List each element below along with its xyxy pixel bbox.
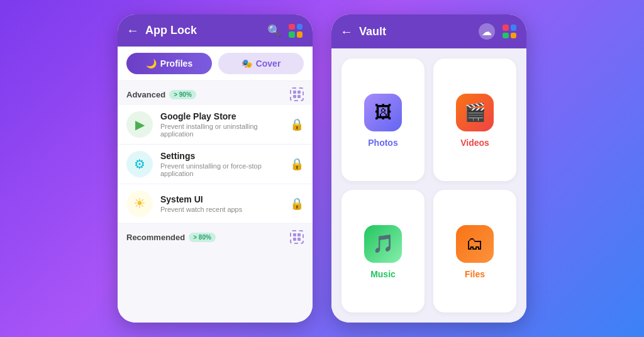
grid-icon[interactable] [289,24,303,38]
photos-label: Photos [368,138,397,148]
cover-tab-label: Cover [256,58,281,69]
vault-grid-icon[interactable] [502,25,516,38]
search-icon[interactable]: 🔍 [267,24,281,38]
applock-header: ← App Lock 🔍 [118,14,313,47]
vault-back-button[interactable]: ← [340,25,353,39]
videos-label: Videos [460,138,489,148]
cloud-icon[interactable]: ☁ [479,23,495,40]
settings-name: Settings [160,151,282,161]
settings-info: Settings Prevent uninstalling or force-s… [160,151,282,177]
music-label: Music [370,269,396,279]
systemui-name: System UI [160,194,282,204]
systemui-lock: 🔒 [290,197,304,211]
playstore-lock: 🔒 [290,118,304,131]
cover-tab-icon: 🎭 [242,58,252,69]
recommended-badge: > 80% [189,233,216,242]
settings-desc: Prevent uninstalling or force-stop appli… [160,162,282,177]
music-icon: 🎵 [364,225,402,263]
vault-header-icons: ☁ [479,23,516,40]
recommended-grid-toggle[interactable] [290,230,304,244]
systemui-info: System UI Prevent watch recent apps [160,194,282,213]
vault-title: Vault [359,25,472,38]
playstore-icon: ▶ [126,111,153,138]
app-item-settings[interactable]: ⚙ Settings Prevent uninstalling or force… [118,145,313,184]
advanced-badge: > 90% [169,90,196,99]
vault-card-videos[interactable]: 🎬 Videos [433,58,516,181]
app-item-systemui[interactable]: ☀ System UI Prevent watch recent apps 🔒 [118,184,313,224]
files-icon: 🗂 [456,225,494,263]
systemui-icon: ☀ [126,191,153,217]
photos-icon: 🖼 [364,94,402,131]
applock-title: App Lock [145,24,261,37]
recommended-section-header: Recommended > 80% [118,224,313,248]
tab-bar: 🌙 Profiles 🎭 Cover [118,47,313,81]
profiles-tab-icon: 🌙 [146,58,157,69]
vault-card-photos[interactable]: 🖼 Photos [341,58,425,181]
vault-header: ← Vault ☁ [331,14,526,48]
tab-cover[interactable]: 🎭 Cover [218,53,304,74]
playstore-name: Google Play Store [160,111,282,121]
tab-profiles[interactable]: 🌙 Profiles [126,53,212,74]
settings-lock: 🔒 [290,157,304,171]
playstore-desc: Prevent installing or uninstalling appli… [160,123,282,138]
recommended-label: Recommended > 80% [126,233,216,242]
app-list: Advanced > 90% ▶ Google Play Store Preve… [118,81,313,323]
vault-card-files[interactable]: 🗂 Files [433,190,516,312]
applock-back-button[interactable]: ← [126,23,139,38]
advanced-section-header: Advanced > 90% [118,81,313,105]
videos-icon: 🎬 [456,94,494,131]
applock-header-icons: 🔍 [267,24,303,38]
systemui-desc: Prevent watch recent apps [160,206,282,213]
vault-card-music[interactable]: 🎵 Music [341,190,425,312]
advanced-grid-toggle[interactable] [290,87,304,101]
vault-grid: 🖼 Photos 🎬 Videos 🎵 Music 🗂 Files [331,48,526,323]
vault-phone: ← Vault ☁ 🖼 Photos 🎬 Videos [331,14,526,323]
settings-icon: ⚙ [126,151,153,177]
app-item-playstore[interactable]: ▶ Google Play Store Prevent installing o… [118,105,313,145]
applock-phone: ← App Lock 🔍 🌙 Profiles 🎭 Cover Advanc [118,14,313,323]
files-label: Files [465,269,485,279]
playstore-info: Google Play Store Prevent installing or … [160,111,282,138]
profiles-tab-label: Profiles [160,58,192,69]
advanced-label: Advanced > 90% [126,90,196,99]
